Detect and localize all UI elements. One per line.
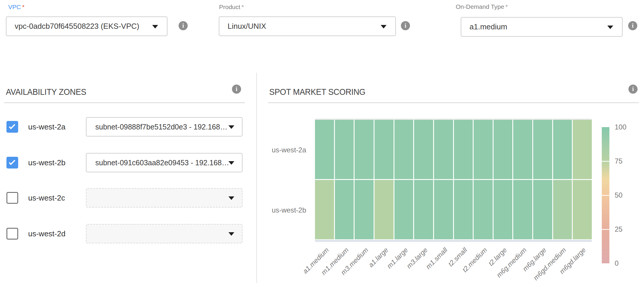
legend-ticks: 1007550250	[0, 0, 644, 283]
legend-tick-label: 50	[615, 191, 623, 199]
legend-tick-label: 100	[615, 123, 626, 131]
legend-tick-label: 25	[615, 225, 623, 233]
legend-tick-label: 75	[615, 157, 623, 165]
legend-tick-label: 0	[615, 259, 618, 267]
